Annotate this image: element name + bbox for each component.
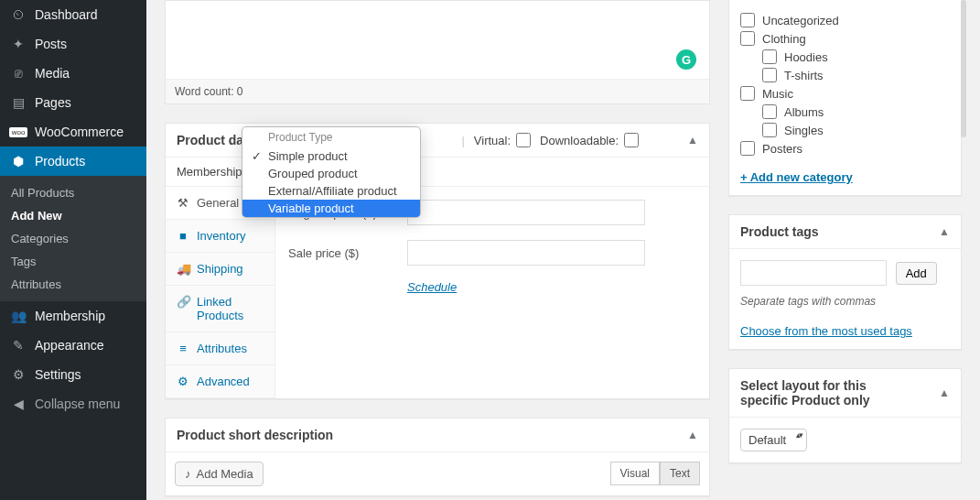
sidebar-item-label: Membership <box>35 309 105 323</box>
dropdown-option-grouped[interactable]: Grouped product <box>242 165 420 182</box>
tab-advanced[interactable]: ⚙ Advanced <box>166 365 275 398</box>
category-checkbox[interactable] <box>740 141 755 156</box>
dropdown-option-external[interactable]: External/Affiliate product <box>242 182 420 200</box>
category-label: Hoodies <box>784 50 828 64</box>
panel-toggle[interactable]: ▲ <box>687 429 698 441</box>
submenu-all-products[interactable]: All Products <box>0 181 146 204</box>
add-tag-button[interactable]: Add <box>896 262 937 285</box>
panel-toggle[interactable]: ▲ <box>687 134 698 147</box>
tag-input[interactable] <box>740 260 887 286</box>
tab-inventory[interactable]: ■ Inventory <box>166 220 275 253</box>
category-label: T-shirts <box>784 69 824 82</box>
product-data-tabs: ⚒ General ■ Inventory 🚚 Shipping 🔗 <box>166 187 275 398</box>
panel-toggle[interactable]: ▲ <box>939 386 950 399</box>
category-label: Albums <box>784 105 824 119</box>
product-data-body: ⚒ General ■ Inventory 🚚 Shipping 🔗 <box>166 187 709 398</box>
collapse-icon: ◀ <box>9 397 27 411</box>
category-checkbox[interactable] <box>740 31 755 46</box>
virtual-checkbox[interactable] <box>516 133 531 147</box>
tab-visual[interactable]: Visual <box>610 462 660 485</box>
product-data-fields: Regular price ($) Sale price ($) Schedul… <box>275 187 709 398</box>
regular-price-input[interactable] <box>407 200 645 225</box>
panel-toggle[interactable]: ▲ <box>939 225 950 238</box>
sale-price-input[interactable] <box>407 240 645 266</box>
categories-scrollbar[interactable] <box>961 0 966 137</box>
category-tshirts[interactable]: T-shirts <box>762 66 950 84</box>
pages-icon: ▤ <box>9 95 27 110</box>
sidebar-item-appearance[interactable]: ✎ Appearance <box>0 331 146 360</box>
sidebar-item-settings[interactable]: ⚙ Settings <box>0 360 146 389</box>
content-editor[interactable]: G <box>166 1 709 79</box>
categories-panel: Uncategorized Clothing Hoodies <box>728 0 962 196</box>
add-media-button[interactable]: ♪ Add Media <box>175 462 264 486</box>
sidebar-item-posts[interactable]: ✦ Posts <box>0 29 146 59</box>
category-checkbox[interactable] <box>740 86 755 101</box>
sidebar-item-membership[interactable]: 👥 Membership <box>0 301 146 331</box>
category-hoodies[interactable]: Hoodies <box>762 48 950 66</box>
tab-linked-products[interactable]: 🔗 Linked Products <box>166 286 275 332</box>
category-singles[interactable]: Singles <box>762 121 950 139</box>
products-icon: ⬢ <box>9 154 27 168</box>
products-submenu: All Products Add New Categories Tags Att… <box>0 176 146 301</box>
category-clothing[interactable]: Clothing <box>740 29 950 48</box>
category-list: Uncategorized Clothing Hoodies <box>740 11 950 158</box>
layout-select[interactable]: Default <box>740 429 807 451</box>
sidebar-item-label: Dashboard <box>35 7 98 22</box>
submenu-add-new[interactable]: Add New <box>0 204 146 227</box>
submenu-tags[interactable]: Tags <box>0 250 146 273</box>
category-checkbox[interactable] <box>740 13 755 27</box>
grammarly-icon[interactable]: G <box>676 49 696 70</box>
sidebar-item-label: Collapse menu <box>35 397 120 411</box>
category-posters[interactable]: Posters <box>740 139 950 158</box>
sidebar-item-label: Media <box>35 66 70 81</box>
advanced-icon: ⚙ <box>177 375 189 388</box>
short-desc-body: ♪ Add Media Visual Text <box>166 452 709 495</box>
tab-text[interactable]: Text <box>660 462 700 485</box>
category-checkbox[interactable] <box>762 123 777 137</box>
category-albums[interactable]: Albums <box>762 103 950 121</box>
schedule-link[interactable]: Schedule <box>407 280 457 294</box>
word-count-value: 0 <box>237 85 243 98</box>
tab-label: Attributes <box>197 342 247 355</box>
sidebar-item-dashboard[interactable]: ⏲ Dashboard <box>0 0 146 29</box>
dropdown-option-simple[interactable]: Simple product <box>242 147 420 165</box>
sidebar-item-label: Appearance <box>35 338 104 353</box>
category-checkbox[interactable] <box>762 49 777 64</box>
category-uncategorized[interactable]: Uncategorized <box>740 11 950 29</box>
sidebar-item-woocommerce[interactable]: woo WooCommerce <box>0 117 146 147</box>
category-checkbox[interactable] <box>762 68 777 82</box>
category-music[interactable]: Music <box>740 84 950 103</box>
product-type-dropdown[interactable]: Product Type Simple product Grouped prod… <box>242 126 421 218</box>
tags-body: Add Separate tags with commas Choose fro… <box>729 249 961 349</box>
dropdown-option-variable[interactable]: Variable product <box>242 200 420 217</box>
sidebar-item-products[interactable]: ⬢ Products <box>0 147 146 176</box>
tab-shipping[interactable]: 🚚 Shipping <box>166 253 275 286</box>
tags-help-text: Separate tags with commas <box>740 295 950 308</box>
main-content: G Word count: 0 Product data — | Virtual… <box>146 0 980 500</box>
membership-icon: 👥 <box>9 309 27 323</box>
sidebar-item-collapse[interactable]: ◀ Collapse menu <box>0 389 146 418</box>
content-editor-panel: G Word count: 0 <box>165 0 710 104</box>
downloadable-checkbox[interactable] <box>624 133 639 147</box>
submenu-categories[interactable]: Categories <box>0 227 146 250</box>
product-tags-panel: Product tags ▲ Add Separate tags with co… <box>728 214 962 350</box>
settings-icon: ⚙ <box>9 367 27 382</box>
sidebar-item-label: Posts <box>35 37 67 51</box>
submenu-attributes[interactable]: Attributes <box>0 273 146 296</box>
appearance-icon: ✎ <box>9 338 27 353</box>
linked-icon: 🔗 <box>177 295 189 309</box>
category-label: Singles <box>784 124 824 137</box>
tab-attributes[interactable]: ≡ Attributes <box>166 332 275 365</box>
category-label: Uncategorized <box>762 14 839 27</box>
add-category-link[interactable]: + Add new category <box>740 170 853 184</box>
sidebar-item-pages[interactable]: ▤ Pages <box>0 88 146 117</box>
dashboard-icon: ⏲ <box>9 7 27 22</box>
media-icon: ⎚ <box>9 66 27 81</box>
category-checkbox[interactable] <box>762 104 777 119</box>
downloadable-toggle[interactable]: Downloadable: <box>540 133 639 147</box>
sidebar-item-media[interactable]: ⎚ Media <box>0 59 146 88</box>
most-used-tags-link[interactable]: Choose from the most used tags <box>740 324 912 338</box>
pin-icon: ✦ <box>9 37 27 51</box>
media-icon: ♪ <box>185 467 191 481</box>
virtual-toggle[interactable]: Virtual: <box>474 133 531 147</box>
